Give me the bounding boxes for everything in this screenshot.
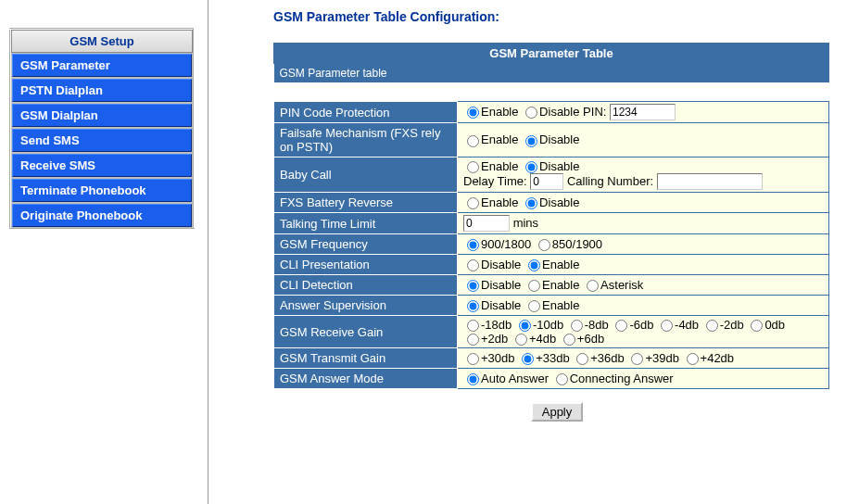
sidebar-header: GSM Setup <box>11 30 193 53</box>
text-talk-unit: mins <box>513 216 538 230</box>
text-clip-disable: Disable <box>481 258 521 271</box>
radio-failsafe-disable[interactable] <box>525 135 537 147</box>
label-clid: CLI Detection <box>274 275 458 296</box>
text-rxgain-0: -18db <box>481 318 512 332</box>
text-freq-2: 850/1900 <box>552 237 602 251</box>
text-rxgain-2: -8db <box>585 318 609 332</box>
radio-freq-1[interactable] <box>467 239 479 251</box>
label-failsafe: Failsafe Mechanism (FXS rely on PSTN) <box>274 123 458 158</box>
param-table: GSM Parameter Table GSM Parameter table … <box>273 43 829 389</box>
sidebar-item-receive-sms[interactable]: Receive SMS <box>12 154 192 177</box>
input-talk[interactable] <box>463 215 510 232</box>
sidebar-item-gsm-dialplan[interactable]: GSM Dialplan <box>12 104 192 127</box>
radio-rxgain-5[interactable] <box>706 320 718 332</box>
text-txgain-3: +39db <box>645 351 679 365</box>
sidebar-item-originate-phonebook[interactable]: Originate Phonebook <box>12 204 192 227</box>
text-rxgain-7: +2db <box>481 332 508 346</box>
text-rxgain-9: +6db <box>577 332 604 346</box>
sidebar-item-gsm-parameter[interactable]: GSM Parameter <box>12 54 192 77</box>
text-clid-asterisk: Asterisk <box>600 278 643 292</box>
text-txgain-2: +36db <box>590 351 625 365</box>
text-clid-enable: Enable <box>542 278 579 292</box>
radio-rxgain-2[interactable] <box>571 320 583 332</box>
radio-pin-enable[interactable] <box>467 107 479 119</box>
sidebar: GSM Setup GSM Parameter PSTN Dialplan GS… <box>0 0 204 239</box>
radio-clid-disable[interactable] <box>467 280 479 292</box>
sidebar-item-pstn-dialplan[interactable]: PSTN Dialplan <box>12 79 192 102</box>
label-clip: CLI Presentation <box>274 255 458 275</box>
radio-clid-enable[interactable] <box>528 280 540 292</box>
text-clid-disable: Disable <box>481 278 521 292</box>
text-rxgain-4: -4db <box>675 318 699 332</box>
label-pin: PIN Code Protection <box>274 102 458 123</box>
radio-pin-disable[interactable] <box>525 107 537 119</box>
text-delay-label: Delay Time: <box>463 174 527 188</box>
label-rxgain: GSM Receive Gain <box>274 316 458 348</box>
radio-rxgain-7[interactable] <box>467 334 479 346</box>
text-freq-1: 900/1800 <box>481 237 531 251</box>
text-failsafe-disable: Disable <box>539 132 579 146</box>
radio-fxs-enable[interactable] <box>467 197 479 209</box>
radio-babycall-disable[interactable] <box>525 161 537 173</box>
text-fxs-enable: Enable <box>481 195 518 209</box>
label-freq: GSM Frequency <box>274 234 458 255</box>
text-failsafe-enable: Enable <box>481 132 518 146</box>
radio-txgain-0[interactable] <box>467 353 479 365</box>
text-ansmode-auto: Auto Answer <box>481 372 549 385</box>
radio-rxgain-1[interactable] <box>519 320 531 332</box>
radio-txgain-3[interactable] <box>631 353 643 365</box>
input-pin[interactable] <box>610 104 676 120</box>
text-pin-label: PIN: <box>583 105 606 119</box>
radio-clip-disable[interactable] <box>467 259 479 271</box>
text-rxgain-6: 0db <box>764 318 785 332</box>
text-txgain-1: +33db <box>536 351 570 365</box>
sidebar-item-send-sms[interactable]: Send SMS <box>12 129 192 152</box>
radio-freq-2[interactable] <box>538 239 550 251</box>
label-fxs: FXS Battery Reverse <box>274 193 458 213</box>
input-calling[interactable] <box>657 173 763 190</box>
text-clip-enable: Enable <box>542 258 579 271</box>
text-calling-label: Calling Number: <box>567 174 653 188</box>
text-fxs-disable: Disable <box>539 195 579 209</box>
table-title: GSM Parameter Table <box>274 44 829 64</box>
text-ansmode-conn: Connecting Answer <box>570 372 674 385</box>
radio-rxgain-9[interactable] <box>563 334 575 346</box>
main-content: GSM Parameter Table Configuration: GSM P… <box>218 0 859 431</box>
radio-ansmode-conn[interactable] <box>556 373 568 385</box>
label-ans: Answer Supervision <box>274 296 458 316</box>
text-rxgain-5: -2db <box>720 318 744 332</box>
label-babycall: Baby Call <box>274 158 458 193</box>
radio-ans-enable[interactable] <box>528 300 540 312</box>
radio-ans-disable[interactable] <box>467 300 479 312</box>
text-babycall-disable: Disable <box>539 159 579 173</box>
radio-txgain-4[interactable] <box>687 353 699 365</box>
radio-txgain-2[interactable] <box>576 353 588 365</box>
label-talk: Talking Time Limit <box>274 213 458 234</box>
radio-ansmode-auto[interactable] <box>467 373 479 385</box>
radio-clid-asterisk[interactable] <box>587 280 599 292</box>
radio-rxgain-0[interactable] <box>467 320 479 332</box>
label-ansmode: GSM Answer Mode <box>274 369 458 389</box>
text-txgain-0: +30db <box>481 351 515 365</box>
table-subtitle: GSM Parameter table <box>274 64 829 84</box>
radio-babycall-enable[interactable] <box>467 161 479 173</box>
radio-txgain-1[interactable] <box>522 353 534 365</box>
text-pin-enable: Enable <box>481 105 518 119</box>
text-pin-disable: Disable <box>539 105 579 119</box>
text-rxgain-1: -10db <box>533 318 563 332</box>
input-delay[interactable] <box>530 173 563 190</box>
text-ans-disable: Disable <box>481 298 521 312</box>
radio-clip-enable[interactable] <box>528 259 540 271</box>
radio-fxs-disable[interactable] <box>525 197 537 209</box>
radio-rxgain-3[interactable] <box>615 320 627 332</box>
radio-rxgain-8[interactable] <box>515 334 527 346</box>
sidebar-item-terminate-phonebook[interactable]: Terminate Phonebook <box>12 179 192 202</box>
radio-failsafe-enable[interactable] <box>467 135 479 147</box>
radio-rxgain-4[interactable] <box>661 320 673 332</box>
text-rxgain-3: -6db <box>629 318 653 332</box>
vertical-divider <box>208 0 208 504</box>
text-ans-enable: Enable <box>542 298 579 312</box>
radio-rxgain-6[interactable] <box>751 320 763 332</box>
apply-button[interactable]: Apply <box>531 402 584 422</box>
text-txgain-4: +42db <box>701 351 735 365</box>
